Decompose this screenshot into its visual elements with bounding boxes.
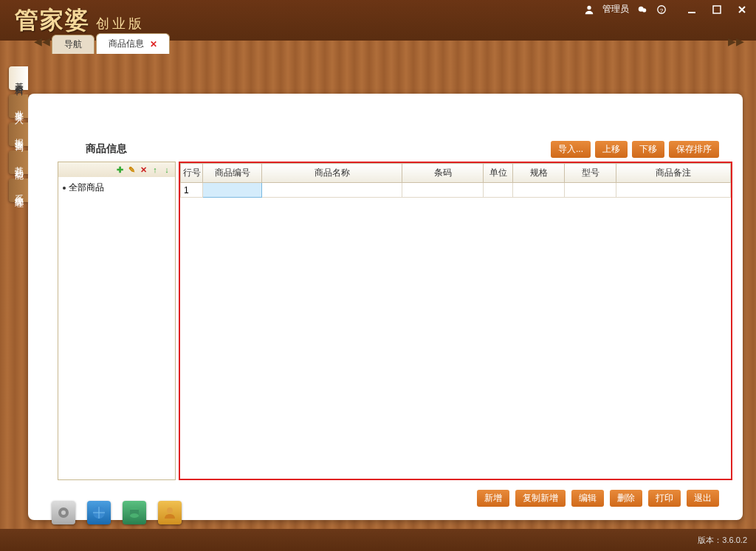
version-label: 版本： <box>698 535 722 546</box>
sidetab-other-functions[interactable]: 其它功能 <box>9 150 28 174</box>
sidetab-report-query[interactable]: 报表查询 <box>9 122 28 146</box>
cell-spec[interactable] <box>513 183 565 198</box>
tree-add-icon[interactable]: ✚ <box>114 164 125 175</box>
brand-main: 管家婆 <box>15 4 90 37</box>
tree-body: 全部商品 <box>58 177 175 479</box>
col-name[interactable]: 商品名称 <box>262 164 402 183</box>
tree-down-icon[interactable]: ↓ <box>162 164 172 175</box>
product-table-panel: 行号 商品编号 商品名称 条码 单位 规格 型号 商品备注 <box>179 162 732 480</box>
brand-sub: 创业版 <box>96 15 145 32</box>
table-header-row: 行号 商品编号 商品名称 条码 单位 规格 型号 商品备注 <box>181 164 731 183</box>
user-label[interactable]: 管理员 <box>602 3 629 15</box>
col-spec[interactable]: 规格 <box>513 164 565 183</box>
cell-model[interactable] <box>565 183 616 198</box>
svg-point-8 <box>61 510 66 515</box>
col-rownum[interactable]: 行号 <box>181 164 203 183</box>
cell-barcode[interactable] <box>402 183 484 198</box>
brand: 管家婆 创业版 <box>15 4 145 37</box>
tab-nav-next[interactable]: ▶▶ <box>728 35 743 50</box>
table-row[interactable]: 1 <box>181 183 731 198</box>
taskbar-settings-icon[interactable] <box>52 501 75 524</box>
delete-button[interactable]: 删除 <box>610 490 642 507</box>
minimize-button[interactable] <box>684 4 700 15</box>
exit-button[interactable]: 退出 <box>687 490 719 507</box>
taskbar-user-icon[interactable] <box>158 501 182 524</box>
tree-delete-icon[interactable]: ✕ <box>138 164 148 175</box>
svg-rect-6 <box>713 6 721 13</box>
tree-up-icon[interactable]: ↑ <box>150 164 160 175</box>
workspace: 商品信息 导入... 上移 下移 保存排序 ✚ ✎ ✕ ↑ ↓ <box>0 41 756 529</box>
tab-close-icon[interactable]: ✕ <box>150 39 157 49</box>
category-tree-panel: ✚ ✎ ✕ ↑ ↓ 全部商品 <box>58 162 176 480</box>
svg-text:?: ? <box>660 7 664 13</box>
svg-point-12 <box>130 513 139 518</box>
col-model[interactable]: 型号 <box>565 164 616 183</box>
saveorder-button[interactable]: 保存排序 <box>669 141 719 158</box>
svg-point-13 <box>167 507 173 513</box>
version-value: 3.6.0.2 <box>722 536 747 544</box>
side-tabs: 基本资料 业务录入 报表查询 其它功能 系统管理 <box>9 66 28 207</box>
status-bar: 版本： 3.6.0.2 <box>0 529 756 551</box>
tree-edit-icon[interactable]: ✎ <box>126 164 137 175</box>
title-right-controls: 管理员 ? <box>583 3 750 15</box>
add-button[interactable]: 新增 <box>477 490 509 507</box>
panel-title: 商品信息 <box>86 142 127 156</box>
tree-toolbar: ✚ ✎ ✕ ↑ ↓ <box>58 162 175 177</box>
sidetab-basic-info[interactable]: 基本资料 <box>9 66 28 90</box>
col-barcode[interactable]: 条码 <box>402 164 484 183</box>
help-icon[interactable]: ? <box>656 4 667 15</box>
user-icon[interactable] <box>583 4 595 15</box>
copyadd-button[interactable]: 复制新增 <box>515 490 566 507</box>
sidetab-system-management[interactable]: 系统管理 <box>9 179 28 202</box>
maximize-button[interactable] <box>709 4 725 15</box>
col-code[interactable]: 商品编号 <box>203 164 262 183</box>
cell-remark[interactable] <box>616 183 731 198</box>
tree-root-node[interactable]: 全部商品 <box>61 180 172 195</box>
tab-nav-prev[interactable]: ◀◀ <box>34 35 49 50</box>
cell-code[interactable] <box>203 183 262 198</box>
product-grid[interactable]: 行号 商品编号 商品名称 条码 单位 规格 型号 商品备注 <box>180 163 731 198</box>
edit-button[interactable]: 编辑 <box>571 490 604 507</box>
bottom-button-row: 新增 复制新增 编辑 删除 打印 退出 <box>477 490 719 507</box>
tree-node-label: 全部商品 <box>69 181 104 194</box>
svg-point-2 <box>642 8 646 12</box>
tab-label: 商品信息 <box>109 38 144 50</box>
print-button[interactable]: 打印 <box>648 490 681 507</box>
cell-unit[interactable] <box>484 183 513 198</box>
close-button[interactable] <box>734 4 750 15</box>
import-button[interactable]: 导入... <box>551 141 591 158</box>
wechat-icon[interactable] <box>636 4 648 15</box>
tab-strip: 导航 商品信息 ✕ <box>52 33 171 54</box>
taskbar-network-icon[interactable] <box>87 501 111 524</box>
cell-rownum[interactable]: 1 <box>181 183 203 198</box>
sidetab-business-entry[interactable]: 业务录入 <box>9 94 28 118</box>
tree-bullet-icon <box>63 187 66 190</box>
moveup-button[interactable]: 上移 <box>595 141 628 158</box>
col-remark[interactable]: 商品备注 <box>616 164 731 183</box>
col-unit[interactable]: 单位 <box>484 164 513 183</box>
movedown-button[interactable]: 下移 <box>632 141 664 158</box>
main-panel: 商品信息 导入... 上移 下移 保存排序 ✚ ✎ ✕ ↑ ↓ <box>28 94 743 520</box>
taskbar-icons <box>52 501 182 524</box>
cell-name[interactable] <box>262 183 402 198</box>
tab-nav-home[interactable]: 导航 <box>52 35 94 54</box>
svg-point-0 <box>587 5 591 9</box>
tab-label: 导航 <box>64 38 82 51</box>
taskbar-database-icon[interactable] <box>123 501 146 524</box>
tab-product-info[interactable]: 商品信息 ✕ <box>96 33 170 54</box>
svg-rect-5 <box>688 12 695 13</box>
